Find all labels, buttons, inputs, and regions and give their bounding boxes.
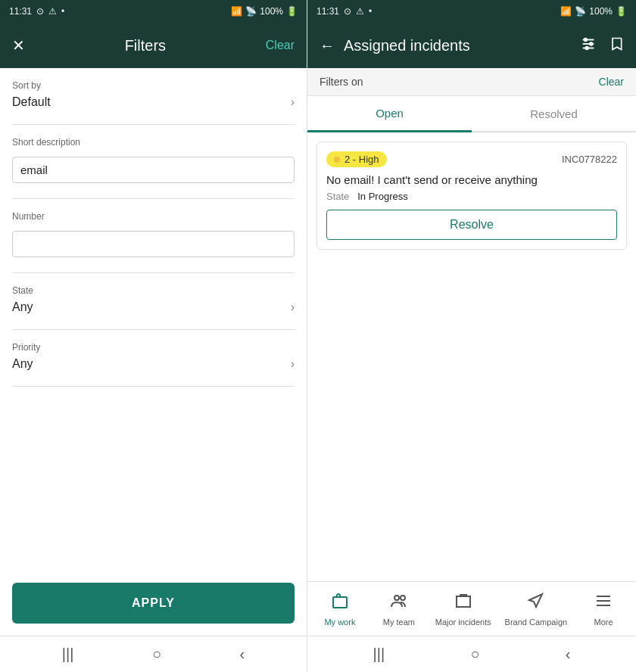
filters-title: Filters xyxy=(125,37,166,54)
tab-open[interactable]: Open xyxy=(307,96,472,132)
bottom-nav-right: My work My team Major incidents xyxy=(307,581,636,636)
svg-point-8 xyxy=(401,596,405,600)
state-label-text: State xyxy=(326,191,349,202)
filters-on-bar: Filters on Clear xyxy=(307,68,636,96)
nav-home-left[interactable]: ○ xyxy=(152,646,161,663)
svg-rect-6 xyxy=(333,597,347,608)
state-chevron: › xyxy=(291,300,295,314)
resolve-button[interactable]: Resolve xyxy=(326,210,617,240)
priority-row[interactable]: Any › xyxy=(12,357,295,380)
filters-clear-button[interactable]: Clear xyxy=(599,76,624,88)
time-right: 11:31 xyxy=(316,6,339,17)
nav-major-incidents[interactable]: Major incidents xyxy=(435,592,491,627)
clear-button-left[interactable]: Clear xyxy=(266,39,295,52)
nav-back-right[interactable]: ‹ xyxy=(566,646,571,663)
filter-content: Sort by Default › Short description Numb… xyxy=(0,68,307,571)
apply-button[interactable]: APPLY xyxy=(12,583,295,624)
svg-point-4 xyxy=(590,42,593,45)
state-row[interactable]: Any › xyxy=(12,300,295,323)
priority-chevron: › xyxy=(291,357,295,371)
wifi-icon-left: 📶 xyxy=(231,6,242,17)
battery-right: 100% xyxy=(589,6,613,17)
priority-label: Priority xyxy=(12,342,295,353)
filter-settings-icon[interactable] xyxy=(580,36,597,56)
state-space xyxy=(352,191,355,202)
signal-icon-right: 📡 xyxy=(575,6,586,17)
back-button[interactable]: ← xyxy=(320,37,335,54)
number-input[interactable] xyxy=(12,231,295,257)
nav-my-work[interactable]: My work xyxy=(317,592,363,627)
short-description-input[interactable] xyxy=(12,157,295,183)
status-bar-left: 11:31 ⊙ ⚠ • 📶 📡 100% 🔋 xyxy=(0,0,307,23)
bookmark-icon[interactable] xyxy=(609,36,624,56)
more-label: More xyxy=(594,618,613,627)
nav-menu-left[interactable]: ||| xyxy=(62,646,74,663)
assigned-incidents-title: Assigned incidents xyxy=(344,37,580,54)
header-icons xyxy=(580,36,624,56)
state-section: State Any › xyxy=(12,273,295,329)
header-left: ✕ Filters Clear xyxy=(0,23,307,68)
short-description-label: Short description xyxy=(12,137,295,148)
major-incidents-label: Major incidents xyxy=(435,618,491,627)
circle-icon-right: ⊙ xyxy=(344,6,351,17)
right-panel: 11:31 ⊙ ⚠ • 📶 📡 100% 🔋 ← Assigned incide… xyxy=(307,0,636,672)
header-right: ← Assigned incidents xyxy=(307,23,636,68)
incident-id: INC0778222 xyxy=(562,154,617,165)
svg-point-5 xyxy=(585,46,588,49)
sort-by-value: Default xyxy=(12,95,51,109)
my-work-label: My work xyxy=(324,618,355,627)
battery-icon-right: 🔋 xyxy=(616,6,627,17)
nav-more[interactable]: More xyxy=(581,592,626,627)
dot-icon-right: • xyxy=(369,6,372,17)
status-right-items: 📶 📡 100% 🔋 xyxy=(231,6,298,17)
incident-card-header: 2 - High INC0778222 xyxy=(326,151,617,167)
state-value: Any xyxy=(12,300,33,314)
nav-home-right[interactable]: ○ xyxy=(470,646,479,663)
priority-value: Any xyxy=(12,357,33,371)
wifi-icon-right: 📶 xyxy=(560,6,572,17)
state-value-text: In Progress xyxy=(357,191,407,202)
my-team-icon xyxy=(390,592,408,614)
divider-5 xyxy=(12,386,295,387)
major-incidents-icon xyxy=(454,592,472,614)
incident-title: No email! I cant't send or receive anyth… xyxy=(326,173,617,186)
alert-icon-right: ⚠ xyxy=(356,6,364,17)
status-right-right-items: 📶 📡 100% 🔋 xyxy=(560,6,627,17)
my-work-icon xyxy=(331,592,349,614)
tab-resolved[interactable]: Resolved xyxy=(472,96,636,131)
time-left: 11:31 xyxy=(9,6,32,17)
signal-icon-left: 📡 xyxy=(245,6,257,17)
nav-bar-left: ||| ○ ‹ xyxy=(0,636,307,672)
tabs-row: Open Resolved xyxy=(307,96,636,132)
battery-icon-left: 🔋 xyxy=(286,6,298,17)
more-icon xyxy=(594,592,613,614)
sort-by-row[interactable]: Default › xyxy=(12,95,295,118)
my-team-label: My team xyxy=(383,618,415,627)
brand-campaign-label: Brand Campaign xyxy=(505,618,568,627)
priority-section: Priority Any › xyxy=(12,330,295,386)
svg-point-7 xyxy=(394,596,399,600)
sort-by-label: Sort by xyxy=(12,80,295,91)
close-icon[interactable]: ✕ xyxy=(12,36,25,54)
number-label: Number xyxy=(12,211,295,222)
nav-brand-campaign[interactable]: Brand Campaign xyxy=(505,592,568,627)
incident-card: 2 - High INC0778222 No email! I cant't s… xyxy=(316,142,627,250)
priority-dot xyxy=(334,157,340,163)
short-description-section: Short description xyxy=(12,125,295,198)
incident-state-row: State In Progress xyxy=(326,191,617,202)
state-label: State xyxy=(12,285,295,296)
left-panel: 11:31 ⊙ ⚠ • 📶 📡 100% 🔋 ✕ Filters Clear S… xyxy=(0,0,307,672)
brand-campaign-icon xyxy=(527,592,545,614)
apply-btn-container: APPLY xyxy=(0,571,307,636)
nav-menu-right[interactable]: ||| xyxy=(373,646,385,663)
status-right-left-items: 11:31 ⊙ ⚠ • xyxy=(316,6,372,17)
sort-by-section: Sort by Default › xyxy=(12,68,295,124)
filters-on-text: Filters on xyxy=(320,76,363,88)
circle-icon-left: ⊙ xyxy=(36,6,44,17)
nav-back-left[interactable]: ‹ xyxy=(240,646,245,663)
priority-label: 2 - High xyxy=(344,154,379,165)
incident-list: 2 - High INC0778222 No email! I cant't s… xyxy=(307,132,636,581)
svg-point-3 xyxy=(585,38,588,41)
nav-my-team[interactable]: My team xyxy=(376,592,422,627)
priority-badge: 2 - High xyxy=(326,151,387,167)
